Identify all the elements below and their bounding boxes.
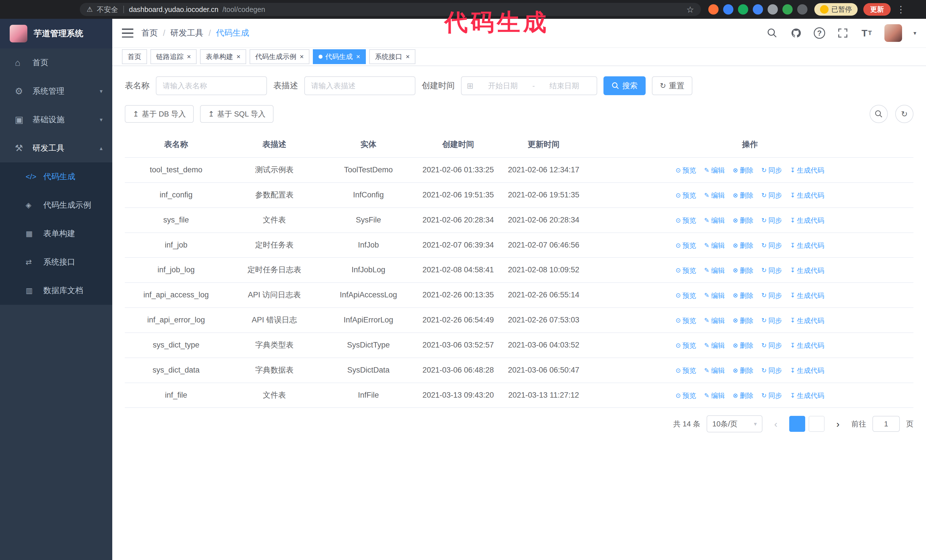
people-extension-icon[interactable] <box>753 4 763 15</box>
action-sync-link[interactable]: ↻同步 <box>761 390 782 401</box>
help-icon[interactable]: ? <box>814 27 825 39</box>
sidebar-subitem[interactable]: ▥ 数据库文档 <box>0 276 112 305</box>
update-button[interactable]: 更新 <box>863 3 891 16</box>
sidebar-subitem[interactable]: ⇄ 系统接口 <box>0 248 112 276</box>
action-delete-link[interactable]: ⊗删除 <box>733 390 754 401</box>
action-sync-link[interactable]: ↻同步 <box>761 165 782 175</box>
tab[interactable]: 首页 <box>122 49 147 64</box>
tab-close-icon[interactable]: × <box>300 53 304 60</box>
action-delete-link[interactable]: ⊗删除 <box>733 315 754 326</box>
puzzle-extension-icon[interactable] <box>797 4 808 15</box>
collapse-sidebar-icon[interactable] <box>122 29 133 38</box>
action-edit-link[interactable]: ✎编辑 <box>704 215 725 226</box>
action-preview-link[interactable]: ⊙预览 <box>676 215 696 226</box>
action-sync-link[interactable]: ↻同步 <box>761 290 782 301</box>
tab[interactable]: 链路追踪 × <box>150 49 197 64</box>
goto-page-input[interactable] <box>872 416 900 432</box>
action-edit-link[interactable]: ✎编辑 <box>704 315 725 326</box>
sidebar-item[interactable]: ⚒ 研发工具 ▴ <box>0 134 112 162</box>
page-button[interactable] <box>809 416 825 432</box>
action-preview-link[interactable]: ⊙预览 <box>676 340 696 351</box>
action-generate-link[interactable]: ↧生成代码 <box>790 390 824 401</box>
action-generate-link[interactable]: ↧生成代码 <box>790 190 824 201</box>
tab[interactable]: 代码生成示例 × <box>250 49 309 64</box>
drop-extension-icon[interactable] <box>723 4 733 15</box>
reload-icon[interactable] <box>42 2 57 17</box>
sidebar-item[interactable]: ▣ 基础设施 ▾ <box>0 106 112 134</box>
action-edit-link[interactable]: ✎编辑 <box>704 390 725 401</box>
action-generate-link[interactable]: ↧生成代码 <box>790 165 824 175</box>
action-preview-link[interactable]: ⊙预览 <box>676 390 696 401</box>
action-delete-link[interactable]: ⊗删除 <box>733 340 754 351</box>
tab[interactable]: 系统接口 × <box>369 49 415 64</box>
action-edit-link[interactable]: ✎编辑 <box>704 190 725 201</box>
action-preview-link[interactable]: ⊙预览 <box>676 240 696 251</box>
sidebar-subitem[interactable]: ◈ 代码生成示例 <box>0 191 112 219</box>
fox-extension-icon[interactable] <box>708 4 719 15</box>
action-preview-link[interactable]: ⊙预览 <box>676 365 696 376</box>
action-sync-link[interactable]: ↻同步 <box>761 190 782 201</box>
action-generate-link[interactable]: ↧生成代码 <box>790 365 824 376</box>
paused-badge[interactable]: 已暂停 <box>814 3 858 16</box>
action-preview-link[interactable]: ⊙预览 <box>676 165 696 175</box>
action-delete-link[interactable]: ⊗删除 <box>733 215 754 226</box>
refresh-button[interactable]: ↻ <box>895 105 914 123</box>
tab[interactable]: 代码生成 × <box>313 49 366 64</box>
avatar-caret-icon[interactable]: ▾ <box>914 30 916 36</box>
action-sync-link[interactable]: ↻同步 <box>761 340 782 351</box>
toggle-search-button[interactable] <box>870 105 888 123</box>
action-preview-link[interactable]: ⊙预览 <box>676 190 696 201</box>
action-generate-link[interactable]: ↧生成代码 <box>790 290 824 301</box>
breadcrumb-item[interactable]: 首页 <box>141 27 158 39</box>
import-sql-button[interactable]: ↥ 基于 SQL 导入 <box>200 105 273 123</box>
browser-menu-icon[interactable]: ⋮ <box>896 4 905 15</box>
action-generate-link[interactable]: ↧生成代码 <box>790 315 824 326</box>
action-sync-link[interactable]: ↻同步 <box>761 265 782 276</box>
action-sync-link[interactable]: ↻同步 <box>761 365 782 376</box>
action-preview-link[interactable]: ⊙预览 <box>676 315 696 326</box>
action-delete-link[interactable]: ⊗删除 <box>733 190 754 201</box>
sidebar-item[interactable]: ⌂ 首页 <box>0 48 112 77</box>
tab-close-icon[interactable]: × <box>187 53 191 60</box>
leaf-extension-icon[interactable] <box>782 4 793 15</box>
breadcrumb-item[interactable]: 研发工具 <box>170 27 203 39</box>
sidebar-logo[interactable]: 芋道管理系统 <box>0 19 112 48</box>
tab-close-icon[interactable]: × <box>406 53 410 60</box>
table-name-input[interactable] <box>156 76 267 95</box>
home-icon[interactable] <box>60 2 75 17</box>
action-delete-link[interactable]: ⊗删除 <box>733 265 754 276</box>
action-delete-link[interactable]: ⊗删除 <box>733 365 754 376</box>
action-sync-link[interactable]: ↻同步 <box>761 215 782 226</box>
action-sync-link[interactable]: ↻同步 <box>761 315 782 326</box>
sidebar-item[interactable]: ⚙ 系统管理 ▾ <box>0 77 112 106</box>
forward-icon[interactable] <box>23 2 39 17</box>
user-avatar[interactable] <box>884 24 902 42</box>
green-check-extension-icon[interactable] <box>738 4 748 15</box>
sidebar-subitem[interactable]: </> 代码生成 <box>0 162 112 191</box>
reset-button[interactable]: ↻ 重置 <box>652 76 692 95</box>
action-preview-link[interactable]: ⊙预览 <box>676 265 696 276</box>
prev-page-button[interactable]: ‹ <box>769 416 783 432</box>
page-button[interactable] <box>789 416 805 432</box>
tab[interactable]: 表单构建 × <box>200 49 246 64</box>
action-edit-link[interactable]: ✎编辑 <box>704 290 725 301</box>
action-generate-link[interactable]: ↧生成代码 <box>790 340 824 351</box>
create-time-range-picker[interactable]: ⊞ 开始日期 - 结束日期 <box>461 76 597 95</box>
table-desc-input[interactable] <box>304 76 415 95</box>
next-page-button[interactable]: › <box>831 416 845 432</box>
fullscreen-icon[interactable] <box>837 27 849 39</box>
search-icon[interactable] <box>766 27 778 39</box>
action-generate-link[interactable]: ↧生成代码 <box>790 265 824 276</box>
tab-close-icon[interactable]: × <box>356 53 360 60</box>
action-delete-link[interactable]: ⊗删除 <box>733 165 754 175</box>
github-icon[interactable] <box>790 27 802 39</box>
action-edit-link[interactable]: ✎编辑 <box>704 265 725 276</box>
page-size-select[interactable]: 10条/页 ▾ <box>707 415 763 432</box>
action-generate-link[interactable]: ↧生成代码 <box>790 215 824 226</box>
action-sync-link[interactable]: ↻同步 <box>761 240 782 251</box>
sidebar-subitem[interactable]: ▦ 表单构建 <box>0 219 112 248</box>
bookmark-star-icon[interactable]: ☆ <box>686 5 694 15</box>
action-delete-link[interactable]: ⊗删除 <box>733 240 754 251</box>
action-edit-link[interactable]: ✎编辑 <box>704 340 725 351</box>
action-delete-link[interactable]: ⊗删除 <box>733 290 754 301</box>
